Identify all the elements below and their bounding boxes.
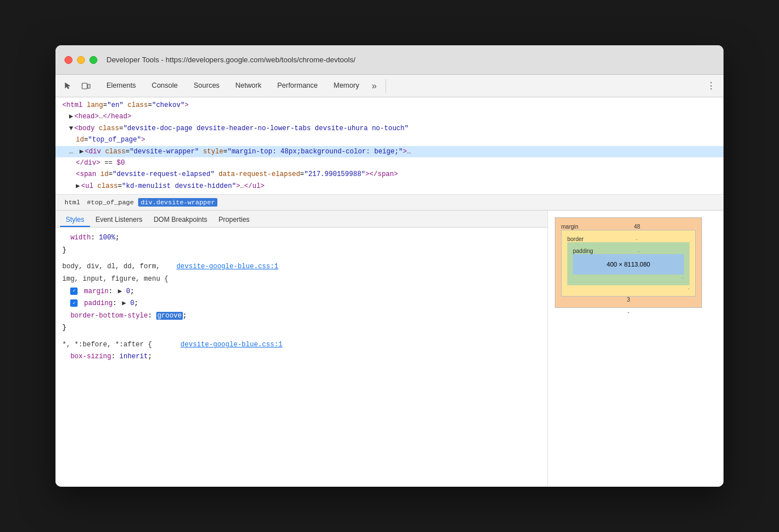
css-boxsizing-line: box-sizing: inherit; (62, 351, 541, 363)
fullscreen-button[interactable] (89, 56, 97, 64)
bm-extra-value: - (555, 309, 702, 315)
dom-line-head[interactable]: ▶<head>…</head> (55, 111, 724, 122)
styles-content: width: 100%; } body, div, dl, dd, form, … (55, 228, 547, 487)
close-button[interactable] (65, 56, 72, 64)
tab-list: Elements Console Sources Network Perform… (99, 75, 381, 97)
box-model-diagram: margin 48 border - (555, 217, 702, 315)
breadcrumb-div-wrapper[interactable]: div.devsite-wrapper (138, 198, 217, 207)
tab-console[interactable]: Console (144, 75, 186, 97)
bm-border-value: - (636, 236, 637, 242)
bm-border-layer: border - padding - (561, 230, 696, 297)
arrow-icon: ▼ (69, 125, 73, 132)
dom-line-div-selected[interactable]: … ▶<div class="devsite-wrapper" style="m… (55, 146, 724, 157)
bm-border-label: border (567, 236, 584, 242)
bm-margin-top: 48 (634, 224, 640, 230)
device-toggle-icon[interactable] (78, 78, 94, 94)
tab-sources[interactable]: Sources (186, 75, 228, 97)
breadcrumb-html[interactable]: html (62, 198, 83, 207)
cursor-icon[interactable] (60, 78, 76, 94)
toolbar-menu-button[interactable]: ⋮ (703, 78, 719, 94)
tab-properties[interactable]: Properties (213, 213, 255, 227)
arrow-icon: ▶ (69, 113, 73, 121)
breadcrumb-bar: html #top_of_page div.devsite-wrapper (55, 195, 724, 211)
css-link-1[interactable]: devsite-google-blue.css:1 (177, 263, 279, 271)
tab-performance[interactable]: Performance (269, 75, 326, 97)
bm-border-bottom: - (688, 285, 690, 291)
css-close-brace-2: } (62, 322, 541, 334)
more-tabs-button[interactable]: » (367, 75, 381, 97)
bm-padding-layer: padding - 400 × 8113.080 - (567, 242, 690, 285)
tab-dom-breakpoints[interactable]: DOM Breakpoints (148, 213, 213, 227)
dom-tree-panel: <html lang="en" class="chekov"> ▶<head>…… (55, 97, 724, 195)
bottom-split: Styles Event Listeners DOM Breakpoints P… (55, 211, 724, 487)
css-close-brace-1: } (62, 244, 541, 257)
bm-margin-label: margin (561, 224, 579, 230)
tab-network[interactable]: Network (228, 75, 269, 97)
css-block-width: width: 100%; } (62, 232, 541, 256)
dom-line-ul[interactable]: ▶<ul class="kd-menulist devsite-hidden">… (55, 181, 724, 192)
tab-event-listeners[interactable]: Event Listeners (90, 213, 148, 227)
styles-panel: Styles Event Listeners DOM Breakpoints P… (55, 211, 548, 487)
main-toolbar: Elements Console Sources Network Perform… (55, 75, 724, 97)
arrow-icon: ▶ (76, 182, 80, 190)
window-title: Developer Tools - https://developers.goo… (106, 55, 356, 64)
css-selector-img: img, input, figure, menu { (62, 273, 541, 286)
bm-content-box: 400 × 8113.080 (573, 254, 684, 274)
css-border-bottom-line: border-bottom-style: groove; (62, 310, 541, 323)
bm-padding-value: - (637, 248, 639, 254)
padding-checkbox[interactable] (70, 299, 78, 307)
css-selector-star: *, *:before, *:after { devsite-google-bl… (62, 339, 541, 351)
css-block-star: *, *:before, *:after { devsite-google-bl… (62, 339, 541, 363)
devtools-panel: Elements Console Sources Network Perform… (55, 75, 724, 487)
dom-line-html[interactable]: <html lang="en" class="chekov"> (55, 100, 724, 111)
devtools-window: Developer Tools - https://developers.goo… (55, 45, 724, 487)
traffic-lights (65, 56, 97, 64)
tab-memory[interactable]: Memory (326, 75, 367, 97)
breadcrumb-top-of-page[interactable]: #top_of_page (85, 198, 136, 207)
css-link-2[interactable]: devsite-google-blue.css:1 (181, 341, 283, 349)
toolbar-divider (386, 79, 386, 93)
css-block-body: body, div, dl, dd, form, devsite-google-… (62, 261, 541, 334)
css-padding-line: padding: ▶ 0; (62, 298, 541, 310)
bm-margin-layer: margin 48 border - (555, 217, 702, 308)
svg-rect-1 (88, 84, 90, 88)
title-bar: Developer Tools - https://developers.goo… (55, 45, 724, 75)
bm-padding-bottom: - (682, 274, 684, 281)
toolbar-icons (60, 78, 94, 94)
styles-tab-bar: Styles Event Listeners DOM Breakpoints P… (55, 211, 547, 228)
css-width-line: width: 100%; (62, 232, 541, 244)
minimize-button[interactable] (77, 56, 85, 64)
arrow-icon: ▶ (79, 148, 83, 156)
svg-rect-0 (82, 83, 87, 89)
bm-padding-label: padding (573, 248, 593, 254)
bm-margin-bottom: 3 (627, 297, 630, 303)
css-selector-body: body, div, dl, dd, form, devsite-google-… (62, 261, 541, 273)
box-model-panel: margin 48 border - (548, 211, 724, 487)
dom-line-span[interactable]: <span id="devsite-request-elapsed" data-… (55, 169, 724, 180)
bm-content-size: 400 × 8113.080 (607, 261, 650, 268)
tab-styles[interactable]: Styles (60, 213, 90, 227)
tab-elements[interactable]: Elements (99, 75, 144, 97)
margin-checkbox[interactable] (70, 288, 78, 295)
border-value-highlight: groove (156, 312, 183, 320)
dom-line-div-close[interactable]: </div> == $0 (55, 157, 724, 169)
css-margin-line: margin: ▶ 0; (62, 286, 541, 298)
dom-line-body[interactable]: ▼<body class="devsite-doc-page devsite-h… (55, 123, 724, 134)
dom-line-body-id[interactable]: id="top_of_page"> (55, 134, 724, 145)
